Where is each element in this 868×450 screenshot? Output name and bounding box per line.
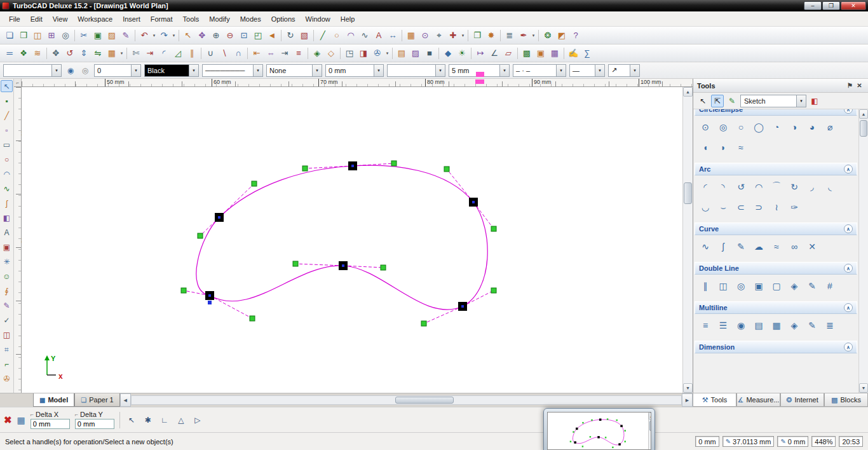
cancel-icon[interactable]: ✖ [4,414,12,426]
multiline-edit-icon[interactable]: ✎ [804,318,820,333]
pen-width-icon[interactable]: ═ [3,46,17,60]
curve-handle-point[interactable] [491,288,496,293]
print-style-combo[interactable]: ▾ [387,64,445,77]
dropdown-arrow-icon[interactable]: ▾ [189,65,198,76]
visibility-eye-icon[interactable]: ◉ [65,65,76,76]
insert-block-icon[interactable]: ▩ [520,46,534,60]
cut-icon[interactable]: ✂ [77,29,91,43]
triangle-icon[interactable]: △ [175,414,187,426]
menu-options[interactable]: Options [266,13,301,25]
material-icon[interactable]: ◆ [441,46,455,60]
vertical-scroll-track[interactable] [683,97,693,383]
collapse-chevron-icon[interactable]: ∧ [844,264,853,273]
corner-tool-icon[interactable]: ⌐ [1,358,13,370]
text-height-combo[interactable]: 5 mm▾ [449,64,510,77]
curve-handle-point[interactable] [181,288,186,293]
chamfer-icon[interactable]: ◿ [171,46,185,60]
new-icon[interactable]: ❏ [3,29,17,43]
curve-handle-point[interactable] [444,167,449,172]
spiral-tool-icon[interactable]: ∮ [1,285,13,297]
text-tool-icon[interactable]: A [1,226,13,238]
spline-by-fit-icon[interactable]: ∿ [697,239,714,254]
sketch-icon[interactable]: ✎ [733,239,749,254]
insert-image-icon[interactable]: ▣ [534,46,548,60]
palette-mode-combo[interactable]: Sketch ▾ [740,95,806,107]
line-style-combo[interactable]: ────────▾ [202,64,263,77]
pen-color-combo[interactable]: Black▾ [144,64,199,77]
pencil-tool-icon[interactable]: ✎ [1,299,13,311]
dropdown-arrow-icon[interactable]: ▾ [630,65,639,76]
palette-scroll-down-icon[interactable]: ▼ [859,383,868,393]
ellipse-icon[interactable]: ⌀ [822,119,838,135]
pen-color-icon[interactable]: ❖ [17,46,31,60]
menu-file[interactable]: File [4,13,25,25]
circle-2point-icon[interactable]: ○ [733,119,749,135]
union-icon[interactable]: ∪ [203,46,217,60]
collapse-chevron-icon[interactable]: ∧ [844,303,853,312]
double-perpendicular-icon[interactable]: ▢ [768,278,785,294]
unlock-icon[interactable]: ◇ [324,46,338,60]
zoom-out-icon[interactable]: ⊖ [223,29,237,43]
redo-dropdown-icon[interactable]: ▾ [171,29,177,43]
move-icon[interactable]: ✥ [49,46,63,60]
section-header[interactable]: Double Line∧ [695,262,857,275]
double-arc-icon[interactable]: ◎ [733,278,749,294]
menu-modes[interactable]: Modes [235,13,266,25]
multiline-icon[interactable]: ≡ [697,318,714,333]
dropdown-arrow-icon[interactable]: ▾ [435,65,445,76]
world-view-icon[interactable]: ❂ [541,29,555,43]
zoom-window-icon[interactable]: ⊡ [237,29,251,43]
maximize-button[interactable]: ❐ [822,1,840,10]
calculator-icon[interactable]: ∑ [580,46,594,60]
horizontal-scrollbar[interactable] [131,395,682,405]
double-polyline-icon[interactable]: ◫ [715,278,731,294]
menu-help[interactable]: Help [336,13,360,25]
snap-vertex-icon[interactable]: ⊙ [418,29,432,43]
snap-grid-icon[interactable]: ▦ [404,29,418,43]
arrow-start-combo[interactable]: —▾ [569,64,605,77]
zoom-in-icon[interactable]: ⊕ [209,29,223,43]
section-header[interactable]: Curve∧ [695,222,857,235]
coordinate-table-icon[interactable]: ▦ [17,415,25,425]
preview-window[interactable]: ▲ [543,408,655,450]
minimize-button[interactable]: – [804,1,822,10]
snap-intersection-dropdown-icon[interactable]: ▾ [460,29,466,43]
align-center-icon[interactable]: ⇔ [264,46,278,60]
double-line-segment-icon[interactable]: ∥ [697,278,714,294]
array-dropdown-icon[interactable]: ▾ [119,46,125,60]
print-preview-icon[interactable]: ◎ [58,29,72,43]
x-coordinate-field[interactable]: ✎ 37.0113 mm [722,436,775,447]
palette-scroll-up-icon[interactable]: ▲ [859,109,868,119]
circle-icon[interactable]: ○ [330,29,344,43]
group-icon[interactable]: ❐ [470,29,484,43]
shaded-icon[interactable]: ■ [423,46,437,60]
menu-workspace[interactable]: Workspace [72,13,118,25]
circle-tool-icon[interactable]: ○ [1,153,13,165]
drawing-canvas[interactable]: Y x [22,87,682,393]
insert-table-icon[interactable]: ▦ [548,46,562,60]
spline-path[interactable] [196,165,487,310]
dropdown-arrow-icon[interactable]: ▾ [796,95,806,107]
select-mode-button[interactable]: ↖ [696,95,709,107]
perspective-icon[interactable]: ◨ [356,46,370,60]
check-tool-icon[interactable]: ✓ [1,314,13,326]
selection-style-combo[interactable]: ▾ [3,64,62,77]
color-palette-tool-icon[interactable]: ▣ [1,241,13,253]
isometric-icon[interactable]: ◳ [342,46,356,60]
preview-scrollbar[interactable]: ▲ [648,412,651,449]
redraw-icon[interactable]: ↻ [283,29,297,43]
arc-tool-icon[interactable]: ◠ [1,168,13,180]
text-icon[interactable]: A [372,29,386,43]
tab-model[interactable]: ▦ Model [33,393,74,407]
rect-select-tool-icon[interactable]: ▫ [1,124,13,136]
dropdown-arrow-icon[interactable]: ▾ [556,65,566,76]
zoom-previous-icon[interactable]: ◄ [265,29,279,43]
bezier-tool-icon[interactable]: ʃ [1,197,13,209]
arc-fixed-ratio-icon[interactable]: ⊂ [733,200,749,215]
multiline-rectangle-icon[interactable]: ▤ [750,318,767,333]
box3d-tool-icon[interactable]: ◫ [1,329,13,341]
palette-header[interactable]: Tools ⚑ ✕ [693,79,868,93]
delta-y-input[interactable] [75,419,114,429]
light-icon[interactable]: ☀ [455,46,469,60]
section-header[interactable]: Multiline∧ [695,301,857,314]
